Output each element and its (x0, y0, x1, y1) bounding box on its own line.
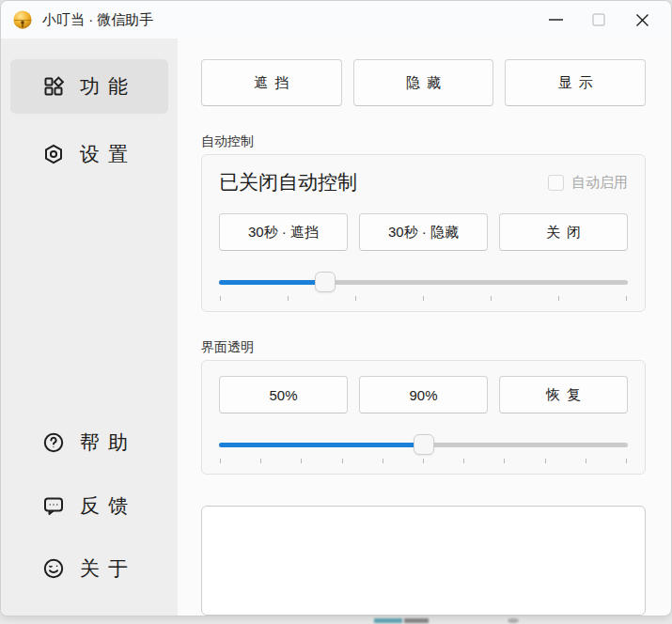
block-30s-button[interactable]: 30秒 · 遮挡 (219, 213, 348, 251)
auto-control-buttons: 30秒 · 遮挡 30秒 · 隐藏 关闭 (219, 213, 628, 251)
quick-action-row: 遮挡 隐藏 显示 (201, 59, 646, 106)
sidebar-item-about[interactable]: 关于 (10, 546, 168, 591)
maximize-icon (592, 13, 605, 26)
minimize-button[interactable] (534, 1, 577, 39)
opacity-90-button[interactable]: 90% (359, 376, 488, 413)
show-button[interactable]: 显示 (505, 59, 646, 106)
grid-icon (42, 75, 65, 98)
smiley-icon (42, 557, 65, 580)
question-circle-icon (42, 431, 65, 454)
block-button[interactable]: 遮挡 (201, 59, 342, 106)
background-artifact (374, 618, 402, 623)
titlebar: 小叮当 · 微信助手 (1, 1, 671, 39)
transparency-buttons: 50% 90% 恢复 (219, 376, 628, 413)
auto-control-status: 已关闭自动控制 (219, 169, 548, 195)
checkbox-icon[interactable] (548, 175, 564, 191)
background-artifact (404, 618, 429, 623)
sidebar-spacer (1, 177, 178, 420)
auto-enable-label: 自动启用 (571, 174, 628, 192)
slider-fill (219, 443, 424, 447)
sidebar: 功能 设置 (1, 39, 178, 616)
auto-control-groupbox: 已关闭自动控制 自动启用 30秒 · 遮挡 30秒 · 隐藏 关闭 (201, 154, 646, 312)
bell-icon (12, 9, 33, 30)
sidebar-item-label: 设置 (80, 141, 136, 167)
auto-control-slider[interactable] (219, 272, 628, 302)
auto-enable-checkbox[interactable]: 自动启用 (548, 174, 628, 192)
hide-button[interactable]: 隐藏 (353, 59, 494, 106)
hide-30s-button[interactable]: 30秒 · 隐藏 (359, 213, 488, 251)
sidebar-item-label: 关于 (80, 555, 136, 582)
opacity-50-button[interactable]: 50% (219, 376, 348, 413)
sidebar-item-label: 反馈 (80, 492, 136, 519)
sidebar-item-label: 帮助 (80, 429, 136, 456)
sidebar-item-label: 功能 (80, 73, 136, 100)
app-window: 小叮当 · 微信助手 功能 (0, 0, 672, 616)
auto-control-off-button[interactable]: 关闭 (499, 213, 628, 251)
hexagon-gear-icon (42, 143, 65, 165)
transparency-slider[interactable] (219, 434, 628, 464)
slider-fill (219, 280, 325, 285)
window-title: 小叮当 · 微信助手 (42, 11, 153, 29)
close-button[interactable] (620, 1, 664, 39)
close-icon (635, 13, 649, 27)
sidebar-item-settings[interactable]: 设置 (10, 132, 168, 177)
slider-track[interactable] (219, 280, 628, 285)
opacity-restore-button[interactable]: 恢复 (499, 376, 628, 413)
slider-ticks (219, 296, 628, 302)
minimize-icon (549, 19, 563, 21)
transparency-section-label: 界面透明 (201, 339, 646, 356)
sidebar-item-features[interactable]: 功能 (10, 59, 168, 114)
slider-ticks (219, 459, 628, 464)
sidebar-item-help[interactable]: 帮助 (10, 420, 168, 465)
log-textbox[interactable] (201, 506, 646, 616)
sidebar-item-feedback[interactable]: 反馈 (10, 483, 168, 528)
background-artifact (508, 618, 519, 623)
slider-handle[interactable] (414, 434, 434, 455)
slider-handle[interactable] (315, 272, 336, 292)
auto-control-section-label: 自动控制 (201, 133, 646, 150)
transparency-groupbox: 50% 90% 恢复 (201, 360, 646, 475)
maximize-button (577, 1, 620, 39)
main-panel: 遮挡 隐藏 显示 自动控制 已关闭自动控制 自动启用 30秒 · 遮挡 30秒 … (178, 39, 671, 616)
speech-bubble-icon (42, 494, 65, 517)
